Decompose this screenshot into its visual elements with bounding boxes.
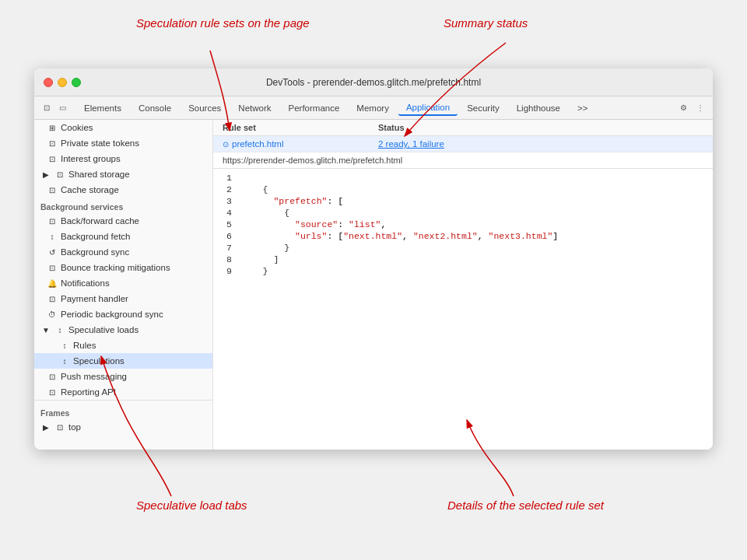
sidebar-label-speculative: Speculative loads [68, 325, 139, 334]
line-content-2: { [241, 184, 713, 194]
sidebar-label-bg-fetch: Background fetch [61, 232, 131, 241]
line-num-6: 6 [213, 231, 241, 241]
line-content-9: } [241, 266, 713, 276]
line-num-8: 8 [213, 254, 241, 264]
frames-expand-icon: ▶ [40, 422, 51, 432]
sidebar-item-bg-fetch[interactable]: ↕ Background fetch [34, 229, 212, 244]
interest-icon: ⊡ [47, 153, 58, 164]
sidebar-label-bounce: Bounce tracking mitigations [61, 263, 170, 272]
line-content-3: "prefetch": [ [241, 196, 713, 206]
annotation-summary-status: Summary status [444, 16, 528, 31]
line-num-1: 1 [213, 173, 241, 183]
notifications-icon: 🔔 [47, 278, 58, 289]
code-line-7: 7 } [213, 242, 713, 254]
tab-more[interactable]: >> [570, 101, 595, 115]
sidebar-label-cache: Cache storage [61, 185, 119, 194]
tab-sources[interactable]: Sources [181, 101, 229, 115]
line-content-5: "source": "list", [241, 219, 713, 229]
sidebar-item-payment[interactable]: ⊡ Payment handler [34, 291, 212, 306]
line-content-7: } [241, 243, 713, 253]
shared-storage-icon: ⊡ [54, 169, 65, 180]
sidebar-item-push-messaging[interactable]: ⊡ Push messaging [34, 369, 212, 384]
sidebar-label-speculations: Speculations [73, 356, 124, 366]
status-badge[interactable]: 2 ready, 1 failure [378, 139, 703, 149]
payment-icon: ⊡ [47, 293, 58, 304]
line-num-3: 3 [213, 196, 241, 206]
sidebar-item-shared-storage[interactable]: ▶ ⊡ Shared storage [34, 166, 212, 182]
settings-icon[interactable]: ⚙ [677, 102, 689, 114]
annotation-details-selected: Details of the selected rule set [447, 498, 604, 513]
sidebar-item-cookies[interactable]: ⊞ Cookies [34, 120, 212, 135]
line-num-9: 9 [213, 266, 241, 276]
sidebar-item-interest-groups[interactable]: ⊡ Interest groups [34, 151, 212, 166]
sidebar-item-rules[interactable]: ↕ Rules [34, 338, 212, 353]
url-text: https://prerender-demos.glitch.me/prefet… [223, 156, 402, 165]
right-panel: Rule set Status ⊙ prefetch.html 2 ready,… [213, 120, 713, 450]
code-line-8: 8 ] [213, 254, 713, 265]
close-button[interactable] [44, 78, 53, 87]
frames-header: Frames [34, 404, 212, 419]
sidebar-item-private-state[interactable]: ⊡ Private state tokens [34, 135, 212, 151]
back-forward-icon: ⊡ [47, 215, 58, 226]
sidebar-item-periodic-sync[interactable]: ⏱ Periodic background sync [34, 306, 212, 322]
periodic-sync-icon: ⏱ [47, 309, 58, 320]
speculative-icon: ↕ [54, 324, 65, 335]
tab-bar: ⊡ ▭ Elements Console Sources Network Per… [34, 96, 713, 120]
sidebar: ⊞ Cookies ⊡ Private state tokens ⊡ Inter… [34, 120, 213, 450]
expand-icon: ▶ [40, 169, 51, 180]
tab-lighthouse[interactable]: Lighthouse [509, 101, 568, 115]
traffic-lights [44, 78, 81, 87]
sidebar-item-bg-sync[interactable]: ↺ Background sync [34, 244, 212, 260]
ruleset-link[interactable]: ⊙ prefetch.html [223, 139, 378, 149]
rule-table-row[interactable]: ⊙ prefetch.html 2 ready, 1 failure [213, 136, 713, 152]
sidebar-item-speculative-loads[interactable]: ▼ ↕ Speculative loads [34, 322, 212, 338]
speculations-icon: ↕ [59, 355, 70, 366]
tab-performance[interactable]: Performance [281, 101, 348, 115]
more-options-icon[interactable]: ⋮ [694, 102, 707, 114]
private-state-icon: ⊡ [47, 138, 58, 149]
sidebar-label-top: top [68, 422, 81, 432]
frames-icon: ⊡ [54, 422, 65, 432]
sidebar-item-cache-storage[interactable]: ⊡ Cache storage [34, 182, 212, 198]
browser-window: DevTools - prerender-demos.glitch.me/pre… [34, 68, 713, 450]
sidebar-item-reporting-api[interactable]: ⊡ Reporting API [34, 384, 212, 400]
tab-console[interactable]: Console [131, 101, 179, 115]
device-icon[interactable]: ▭ [56, 102, 68, 114]
tab-network[interactable]: Network [230, 101, 279, 115]
sidebar-item-bounce-tracking[interactable]: ⊡ Bounce tracking mitigations [34, 260, 212, 275]
maximize-button[interactable] [72, 78, 81, 87]
annotation-speculation-rule-sets: Speculation rule sets on the page [136, 16, 310, 31]
ruleset-icon: ⊙ [223, 140, 229, 149]
code-line-5: 5 "source": "list", [213, 219, 713, 230]
sidebar-item-frames-top[interactable]: ▶ ⊡ top [34, 419, 212, 435]
sidebar-label-private-state: Private state tokens [61, 138, 139, 148]
main-content: ⊞ Cookies ⊡ Private state tokens ⊡ Inter… [34, 120, 713, 450]
minimize-button[interactable] [58, 78, 67, 87]
line-content-4: { [241, 208, 713, 218]
window-title: DevTools - prerender-demos.glitch.me/pre… [266, 77, 481, 88]
line-num-5: 5 [213, 219, 241, 229]
sidebar-item-back-forward[interactable]: ⊡ Back/forward cache [34, 213, 212, 229]
background-services-header: Background services [34, 198, 212, 213]
col-header-status: Status [378, 123, 703, 132]
sidebar-label-payment: Payment handler [61, 294, 128, 303]
sidebar-label-notifications: Notifications [61, 278, 110, 288]
line-content-6: "urls": ["next.html", "next2.html", "nex… [241, 231, 713, 241]
title-bar: DevTools - prerender-demos.glitch.me/pre… [34, 68, 713, 96]
inspect-icon[interactable]: ⊡ [40, 102, 53, 114]
code-line-4: 4 { [213, 207, 713, 219]
tab-memory[interactable]: Memory [349, 101, 397, 115]
rules-icon: ↕ [59, 340, 70, 351]
sidebar-item-speculations[interactable]: ↕ Speculations [34, 353, 212, 369]
cookie-icon: ⊞ [47, 122, 58, 133]
sidebar-item-notifications[interactable]: 🔔 Notifications [34, 275, 212, 291]
bounce-icon: ⊡ [47, 262, 58, 273]
annotation-speculative-load-tabs: Speculative load tabs [136, 498, 247, 513]
tab-security[interactable]: Security [459, 101, 507, 115]
tab-elements[interactable]: Elements [76, 101, 129, 115]
code-line-1: 1 [213, 172, 713, 184]
code-viewer: 1 2 { 3 "prefetch": [ 4 { 5 [213, 169, 713, 450]
cache-icon: ⊡ [47, 184, 58, 195]
sidebar-label-periodic-sync: Periodic background sync [61, 310, 163, 319]
tab-application[interactable]: Application [398, 100, 458, 116]
